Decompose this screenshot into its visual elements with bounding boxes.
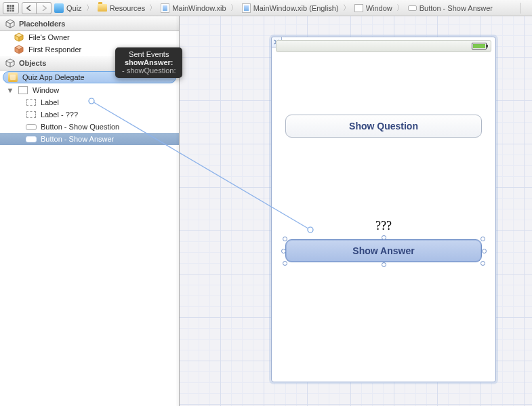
window-canvas[interactable]: Show Question ??? Show Answer xyxy=(271,37,496,382)
svg-rect-8 xyxy=(12,10,14,12)
selection-handle[interactable] xyxy=(480,237,485,241)
grid-icon xyxy=(7,5,15,12)
chevron-right-icon: 〉 xyxy=(395,3,405,13)
row-label: Button - Show Answer xyxy=(41,135,114,143)
battery-icon xyxy=(472,43,487,49)
row-label: Window xyxy=(33,86,59,94)
row-label: File's Owner xyxy=(28,33,70,41)
chevron-right-icon: 〉 xyxy=(148,3,158,13)
sent-events-popover: Sent Events showAnswer: - showQuestion: xyxy=(115,47,182,78)
svg-rect-0 xyxy=(7,5,9,7)
row-label: Button - Show Question xyxy=(41,123,119,131)
button-icon xyxy=(26,136,37,142)
label-icon xyxy=(26,111,36,118)
popover-title: Sent Events xyxy=(122,50,176,58)
disclosure-triangle-icon[interactable]: ▼ xyxy=(7,86,14,94)
files-owner-icon xyxy=(14,33,24,42)
interface-builder-canvas[interactable]: Show Question ??? Show Answer xyxy=(180,16,532,406)
object-window[interactable]: ▼ Window xyxy=(0,84,179,96)
toolbar: Quiz 〉 Resources 〉 MainWindow.xib 〉 Main… xyxy=(0,0,532,16)
cube-icon xyxy=(5,19,15,28)
xib-file-icon xyxy=(161,3,169,13)
crumb-selected[interactable]: Button - Show Answer xyxy=(420,4,493,12)
chevron-right-icon: 〉 xyxy=(342,3,352,13)
row-label: Quiz App Delegate xyxy=(22,73,85,81)
folder-icon xyxy=(98,4,107,12)
button-label: Show Answer xyxy=(352,245,414,256)
show-answer-button[interactable]: Show Answer xyxy=(285,239,482,262)
status-bar xyxy=(276,40,491,52)
crumb-folder[interactable]: Resources xyxy=(110,4,146,12)
placeholder-files-owner[interactable]: File's Owner xyxy=(0,31,179,43)
object-button-show-answer[interactable]: Button - Show Answer xyxy=(0,133,179,145)
toolbar-separator xyxy=(520,3,521,14)
popover-action-primary[interactable]: showAnswer: xyxy=(122,58,176,66)
svg-rect-2 xyxy=(12,5,14,7)
placeholders-label: Placeholders xyxy=(19,20,65,28)
project-icon xyxy=(54,3,64,13)
svg-rect-1 xyxy=(9,5,12,7)
chevron-right-icon: 〉 xyxy=(85,3,95,13)
selection-handle[interactable] xyxy=(281,249,286,253)
selection-handle[interactable] xyxy=(283,237,287,241)
cube-icon xyxy=(5,58,15,68)
placeholders-header: Placeholders xyxy=(0,16,179,31)
crumb-file[interactable]: MainWindow.xib xyxy=(172,4,226,12)
popover-action-secondary[interactable]: - showQuestion: xyxy=(122,66,176,75)
selection-handle[interactable] xyxy=(382,235,386,240)
breadcrumb: Quiz 〉 Resources 〉 MainWindow.xib 〉 Main… xyxy=(54,3,493,13)
crumb-localization[interactable]: MainWindow.xib (English) xyxy=(253,4,339,12)
forward-button[interactable] xyxy=(37,2,52,14)
app-delegate-icon xyxy=(8,73,18,82)
svg-rect-3 xyxy=(7,7,9,9)
chevron-right-icon xyxy=(41,5,47,11)
xib-file-icon xyxy=(242,3,251,13)
back-button[interactable] xyxy=(22,2,37,14)
objects-label: Objects xyxy=(19,59,46,67)
selection-handle[interactable] xyxy=(482,249,487,253)
row-label: First Responder xyxy=(28,45,81,54)
crumb-project[interactable]: Quiz xyxy=(66,4,82,12)
svg-rect-4 xyxy=(9,7,12,9)
history-nav xyxy=(22,2,52,14)
selection-handle[interactable] xyxy=(480,261,485,266)
svg-rect-5 xyxy=(12,7,14,9)
object-button-show-question[interactable]: Button - Show Question xyxy=(0,121,179,133)
label-qmarks[interactable]: ??? xyxy=(272,219,495,233)
label-icon xyxy=(26,99,36,106)
button-icon xyxy=(26,124,37,130)
svg-rect-6 xyxy=(7,10,9,12)
first-responder-icon xyxy=(14,45,24,54)
button-label: Show Question xyxy=(349,121,418,131)
show-question-button[interactable]: Show Question xyxy=(285,115,482,138)
selection-handle[interactable] xyxy=(283,261,287,266)
selection-handle[interactable] xyxy=(382,262,386,267)
related-items-button[interactable] xyxy=(3,2,19,14)
chevron-left-icon xyxy=(26,5,32,11)
object-label[interactable]: Label xyxy=(0,96,179,108)
crumb-window[interactable]: Window xyxy=(366,4,392,12)
chevron-right-icon: 〉 xyxy=(229,3,239,13)
row-label: Label xyxy=(41,98,59,106)
object-label-qmarks[interactable]: Label - ??? xyxy=(0,108,179,121)
window-icon xyxy=(18,86,28,94)
main-split: Placeholders File's Owner First Responde… xyxy=(0,16,532,406)
svg-rect-7 xyxy=(9,10,12,12)
button-icon xyxy=(408,5,417,11)
window-icon xyxy=(354,4,363,12)
row-label: Label - ??? xyxy=(41,110,78,119)
